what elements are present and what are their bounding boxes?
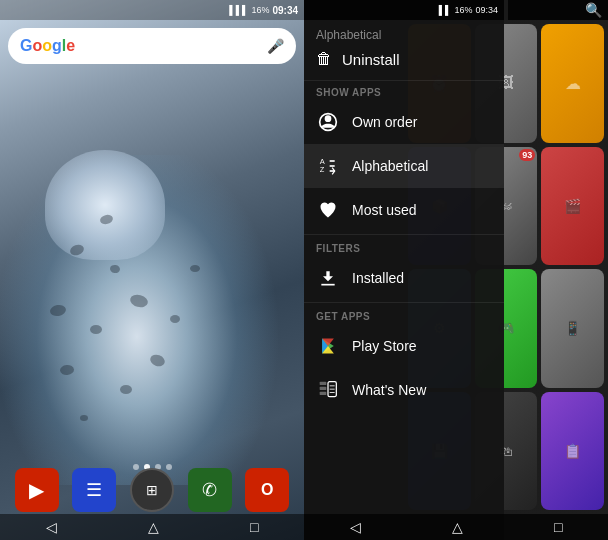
home-button-left[interactable]: △ <box>148 519 159 535</box>
own-order-item[interactable]: Own order <box>304 100 504 144</box>
bg-app-bajaj: 📋 <box>541 392 604 511</box>
uninstall-row[interactable]: 🗑 Uninstall <box>316 46 492 72</box>
leopard-spots <box>20 165 280 485</box>
whats-new-icon <box>316 378 340 402</box>
launcher-app-icon[interactable]: ⊞ <box>130 468 174 512</box>
google-search-bar[interactable]: Google 🎤 <box>8 28 296 64</box>
svg-rect-14 <box>320 392 327 395</box>
battery-level: 16% <box>251 5 269 15</box>
show-apps-header: SHOW APPS <box>304 81 504 100</box>
svg-text:Z: Z <box>320 165 325 174</box>
chat-app-icon[interactable]: ☰ <box>72 468 116 512</box>
dock-icons: ▶ ☰ ⊞ ✆ O <box>0 468 304 512</box>
alphabetical-item[interactable]: A Z Alphabetical <box>304 144 504 188</box>
browser-app-icon[interactable]: O <box>245 468 289 512</box>
person-icon <box>316 110 340 134</box>
alphabetical-label: Alphabetical <box>352 158 428 174</box>
download-icon <box>316 266 340 290</box>
status-bar-right: ▌▌ 16% 09:34 <box>304 0 504 20</box>
bg-app-axis: 📱 <box>541 269 604 388</box>
play-store-icon <box>316 334 340 358</box>
sim-icon: ▌▌ <box>439 5 452 15</box>
heart-icon <box>316 198 340 222</box>
whats-new-item[interactable]: What's New <box>304 368 504 412</box>
installed-label: Installed <box>352 270 404 286</box>
uninstall-label: Uninstall <box>342 51 400 68</box>
divider-1 <box>304 234 504 235</box>
nav-bar-left: ◁ △ □ <box>0 514 304 540</box>
recents-button-left[interactable]: □ <box>250 519 258 535</box>
menu-title: Alphabetical <box>316 28 492 42</box>
svg-rect-12 <box>320 382 327 385</box>
back-button-right[interactable]: ◁ <box>350 519 361 535</box>
play-store-label: Play Store <box>352 338 417 354</box>
phone-app-icon[interactable]: ✆ <box>188 468 232 512</box>
signal-strength: ▌▌▌ <box>229 5 248 15</box>
divider-2 <box>304 302 504 303</box>
search-area[interactable]: 🔍 <box>508 0 608 20</box>
get-apps-header: GET APPS <box>304 305 504 324</box>
play-store-item[interactable]: Play Store <box>304 324 504 368</box>
status-bar-left: ▌▌▌ 16% 09:34 <box>0 0 304 20</box>
most-used-label: Most used <box>352 202 417 218</box>
nav-bar-right: ◁ △ □ <box>304 514 608 540</box>
menu-header: Alphabetical 🗑 Uninstall <box>304 20 504 81</box>
most-used-item[interactable]: Most used <box>304 188 504 232</box>
whats-new-label: What's New <box>352 382 426 398</box>
installed-item[interactable]: Installed <box>304 256 504 300</box>
sort-alpha-icon: A Z <box>316 154 340 178</box>
svg-rect-13 <box>320 387 327 390</box>
time-right: 09:34 <box>475 5 498 15</box>
trash-icon: 🗑 <box>316 50 332 68</box>
media-app-icon[interactable]: ▶ <box>15 468 59 512</box>
google-logo: Google <box>20 37 75 55</box>
battery-right: 16% <box>454 5 472 15</box>
context-menu: ▌▌ 16% 09:34 Alphabetical 🗑 Uninstall SH… <box>304 0 504 540</box>
svg-point-0 <box>325 115 332 122</box>
microphone-icon[interactable]: 🎤 <box>267 38 284 54</box>
back-button-left[interactable]: ◁ <box>46 519 57 535</box>
bg-app-backup: ☁ <box>541 24 604 143</box>
search-icon[interactable]: 🔍 <box>585 2 602 18</box>
own-order-label: Own order <box>352 114 417 130</box>
left-panel: ▌▌▌ 16% 09:34 Google 🎤 ▶ ☰ ⊞ ✆ O ◁ △ □ <box>0 0 304 540</box>
recents-button-right[interactable]: □ <box>554 519 562 535</box>
filters-header: FILTERS <box>304 237 504 256</box>
time-display: 09:34 <box>272 5 298 16</box>
right-panel: ⏰ 🖼 ☁ 📦 🏎93 🎬 ⚙ 🎮 📱 💾 🛍 📋 ▌▌ 16% 09:34 A… <box>304 0 608 540</box>
home-button-right[interactable]: △ <box>452 519 463 535</box>
bg-app-video: 🎬 <box>541 147 604 266</box>
